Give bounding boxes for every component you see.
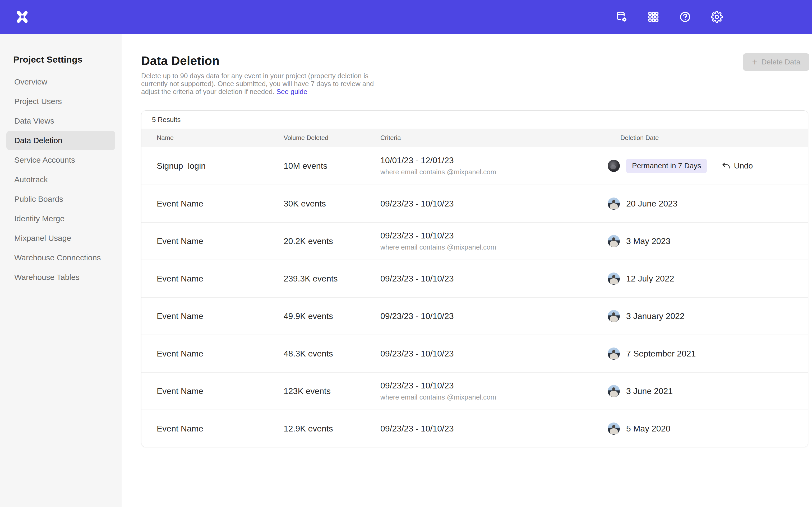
see-guide-link[interactable]: See guide [276, 88, 307, 96]
event-name-cell: Event Name [157, 424, 284, 434]
sidebar-item-label: Overview [14, 77, 47, 87]
table-row: Event Name 48.3K events 09/23/23 - 10/10… [141, 335, 808, 372]
criteria-cell: 09/23/23 - 10/10/23 [380, 199, 620, 209]
event-name-cell: Event Name [157, 311, 284, 321]
sidebar-item-project-users[interactable]: Project Users [6, 92, 115, 111]
criteria-date-range: 09/23/23 - 10/10/23 [380, 311, 620, 321]
deletion-date-text: 3 January 2022 [626, 311, 684, 321]
sidebar-item-identity-merge[interactable]: Identity Merge [6, 209, 115, 228]
sidebar-item-overview[interactable]: Overview [6, 72, 115, 92]
deletion-date-text: 3 June 2021 [626, 386, 673, 396]
volume-deleted-cell: 10M events [284, 161, 380, 171]
settings-icon[interactable] [711, 11, 723, 23]
criteria-date-range: 10/01/23 - 12/01/23 [380, 156, 620, 165]
mixpanel-logo-icon[interactable] [15, 10, 29, 24]
criteria-date-range: 09/23/23 - 10/10/23 [380, 381, 620, 391]
volume-deleted-cell: 239.3K events [284, 274, 380, 284]
criteria-date-range: 09/23/23 - 10/10/23 [380, 231, 620, 240]
sidebar-nav: Overview Project Users Data Views Data D… [0, 72, 121, 287]
undo-label: Undo [734, 161, 753, 170]
sidebar-item-public-boards[interactable]: Public Boards [6, 189, 115, 209]
avatar [608, 198, 620, 210]
sidebar-item-warehouse-tables[interactable]: Warehouse Tables [6, 268, 115, 287]
volume-deleted-cell: 30K events [284, 199, 380, 209]
criteria-cell: 09/23/23 - 10/10/23 where email contains… [380, 231, 620, 251]
criteria-date-range: 09/23/23 - 10/10/23 [380, 424, 620, 434]
event-name-cell: Event Name [157, 236, 284, 246]
deletion-date-text: 7 September 2021 [626, 349, 696, 358]
avatar [608, 160, 620, 172]
deletion-date-cell: 3 June 2021 [620, 385, 798, 397]
criteria-cell: 09/23/23 - 10/10/23 [380, 311, 620, 321]
deletion-date-cell: 12 July 2022 [620, 273, 798, 285]
event-name-cell: Signup_login [157, 161, 284, 171]
table-row: Signup_login 10M events 10/01/23 - 12/01… [141, 147, 808, 184]
plus-icon: + [752, 57, 758, 67]
criteria-date-range: 09/23/23 - 10/10/23 [380, 274, 620, 284]
criteria-cell: 10/01/23 - 12/01/23 where email contains… [380, 156, 620, 176]
table-row: Event Name 49.9K events 09/23/23 - 10/10… [141, 297, 808, 335]
sidebar-item-label: Warehouse Tables [14, 273, 80, 282]
avatar [608, 347, 620, 360]
page-header: Data Deletion Delete up to 90 days data … [141, 53, 810, 96]
page-header-text: Data Deletion Delete up to 90 days data … [141, 53, 374, 96]
help-icon[interactable] [679, 11, 691, 23]
deletion-date-cell: 5 May 2020 [620, 422, 798, 435]
sidebar-item-label: Mixpanel Usage [14, 234, 71, 243]
volume-deleted-cell: 123K events [284, 386, 380, 396]
sidebar-item-label: Warehouse Connections [14, 253, 101, 262]
deletion-date-text: 3 May 2023 [626, 236, 670, 246]
data-management-icon[interactable] [616, 11, 628, 23]
deletion-date-text: 5 May 2020 [626, 424, 670, 434]
criteria-cell: 09/23/23 - 10/10/23 where email contains… [380, 381, 620, 401]
table-row: Event Name 239.3K events 09/23/23 - 10/1… [141, 260, 808, 297]
avatar [608, 385, 620, 397]
sidebar-item-label: Data Deletion [14, 136, 62, 145]
criteria-date-range: 09/23/23 - 10/10/23 [380, 349, 620, 358]
criteria-cell: 09/23/23 - 10/10/23 [380, 424, 620, 434]
sidebar-item-label: Project Users [14, 97, 62, 106]
sidebar-item-label: Identity Merge [14, 214, 64, 223]
deletion-date-cell: 7 September 2021 [620, 347, 798, 360]
criteria-cell: 09/23/23 - 10/10/23 [380, 274, 620, 284]
sidebar-item-autotrack[interactable]: Autotrack [6, 170, 115, 189]
event-name-cell: Event Name [157, 386, 284, 396]
event-name-cell: Event Name [157, 199, 284, 209]
volume-deleted-cell: 12.9K events [284, 424, 380, 434]
criteria-filter-text: where email contains @mixpanel.com [380, 243, 620, 251]
page-description-text: Delete up to 90 days data for any event … [141, 72, 374, 96]
deletion-date-text: 12 July 2022 [626, 274, 674, 284]
sidebar-item-data-deletion[interactable]: Data Deletion [6, 131, 115, 150]
topbar-icon-group [616, 11, 723, 23]
table-body: Signup_login 10M events 10/01/23 - 12/01… [141, 147, 808, 447]
page-description: Delete up to 90 days data for any event … [141, 72, 374, 96]
sidebar-item-service-accounts[interactable]: Service Accounts [6, 150, 115, 170]
volume-deleted-cell: 49.9K events [284, 311, 380, 321]
permanent-badge: Permanent in 7 Days [626, 159, 707, 173]
event-name-cell: Event Name [157, 274, 284, 284]
sidebar-item-mixpanel-usage[interactable]: Mixpanel Usage [6, 228, 115, 248]
criteria-date-range: 09/23/23 - 10/10/23 [380, 199, 620, 209]
column-header-volume: Volume Deleted [284, 134, 380, 142]
table-row: Event Name 20.2K events 09/23/23 - 10/10… [141, 222, 808, 260]
deletion-date-text: 20 June 2023 [626, 199, 677, 209]
sidebar-title: Project Settings [0, 34, 121, 65]
column-header-name: Name [157, 134, 284, 142]
deletion-table-card: 5 Results Name Volume Deleted Criteria D… [141, 110, 808, 447]
table-row: Event Name 12.9K events 09/23/23 - 10/10… [141, 409, 808, 447]
volume-deleted-cell: 20.2K events [284, 236, 380, 246]
undo-icon [722, 161, 730, 170]
sidebar-item-data-views[interactable]: Data Views [6, 111, 115, 131]
delete-data-button[interactable]: + Delete Data [743, 53, 809, 71]
table-header-row: Name Volume Deleted Criteria Deletion Da… [141, 129, 808, 147]
deletion-date-cell: 3 May 2023 [620, 235, 798, 247]
criteria-filter-text: where email contains @mixpanel.com [380, 393, 620, 401]
table-row: Event Name 30K events 09/23/23 - 10/10/2… [141, 184, 808, 222]
event-name-cell: Event Name [157, 349, 284, 358]
deletion-date-cell: 3 January 2022 [620, 310, 798, 322]
undo-button[interactable]: Undo [722, 161, 753, 170]
deletion-date-cell: Permanent in 7 Days Undo [620, 159, 798, 173]
avatar [608, 310, 620, 322]
sidebar-item-warehouse-connections[interactable]: Warehouse Connections [6, 248, 115, 268]
apps-grid-icon[interactable] [647, 11, 659, 23]
